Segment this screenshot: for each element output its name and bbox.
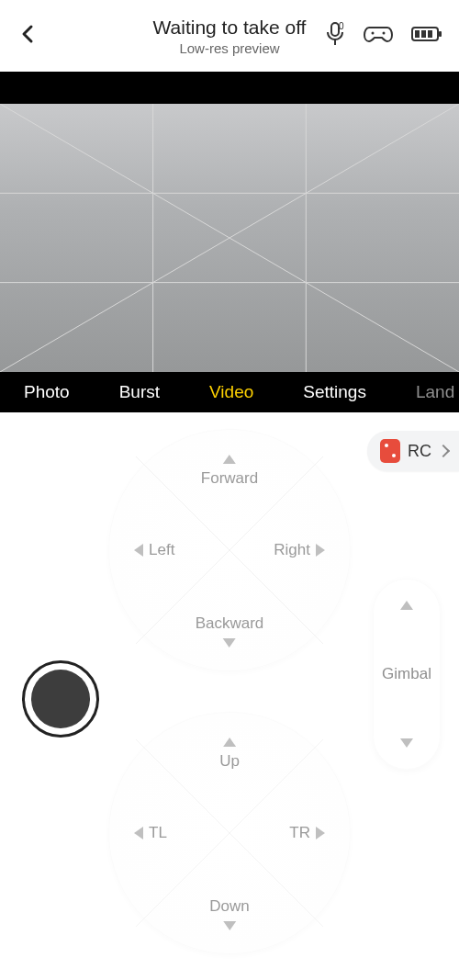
altitude-joystick[interactable]: Up Down TL TR: [108, 712, 351, 954]
direction-joystick[interactable]: Forward Backward Left Right: [108, 429, 351, 671]
left-label: Left: [134, 541, 174, 559]
gimbal-slider[interactable]: Gimbal: [373, 579, 441, 770]
rc-label: RC: [408, 442, 431, 461]
svg-rect-6: [439, 31, 442, 37]
svg-rect-9: [428, 30, 432, 38]
svg-rect-8: [421, 30, 426, 38]
gimbal-down-icon: [400, 738, 413, 748]
header: Waiting to take off Low-res preview 0: [0, 0, 459, 72]
rc-button[interactable]: RC: [367, 431, 459, 471]
gimbal-label: Gimbal: [382, 665, 431, 683]
svg-rect-7: [415, 30, 420, 38]
triangle-left-icon: [134, 827, 143, 839]
mode-bar: Photo Burst Video Settings Land: [0, 372, 459, 412]
back-button[interactable]: [17, 23, 39, 49]
rc-badge-icon: [380, 439, 400, 463]
gimbal-up-icon: [400, 601, 413, 610]
mode-land[interactable]: Land: [416, 382, 454, 402]
triangle-up-icon: [223, 738, 236, 747]
mode-video[interactable]: Video: [209, 382, 253, 402]
right-label: Right: [274, 541, 325, 559]
chevron-right-icon: [437, 445, 450, 457]
svg-point-4: [383, 32, 386, 35]
svg-text:0: 0: [339, 21, 344, 31]
forward-label: Forward: [201, 455, 258, 488]
header-title-group: Waiting to take off Low-res preview: [153, 17, 307, 56]
tr-label: TR: [289, 824, 325, 842]
status-subtitle: Low-res preview: [153, 40, 307, 56]
up-label: Up: [219, 738, 240, 771]
battery-icon[interactable]: [411, 25, 442, 47]
controller-icon[interactable]: [364, 24, 393, 48]
down-label: Down: [209, 897, 249, 930]
mode-burst[interactable]: Burst: [119, 382, 160, 402]
triangle-right-icon: [316, 827, 325, 839]
triangle-down-icon: [223, 921, 236, 930]
controls-area: RC Forward Backward Left Right Gimbal Up…: [0, 412, 459, 980]
status-title: Waiting to take off: [153, 17, 307, 39]
shutter-button[interactable]: [22, 660, 99, 738]
triangle-down-icon: [223, 638, 236, 648]
top-black-band: [0, 72, 459, 104]
mode-photo[interactable]: Photo: [24, 382, 70, 402]
backward-label: Backward: [196, 614, 264, 648]
svg-point-3: [372, 32, 375, 35]
shutter-inner: [31, 670, 90, 728]
svg-rect-0: [331, 23, 339, 36]
triangle-right-icon: [316, 544, 325, 557]
triangle-up-icon: [223, 455, 236, 464]
tl-label: TL: [134, 824, 167, 842]
mode-settings[interactable]: Settings: [303, 382, 366, 402]
triangle-left-icon: [134, 544, 143, 557]
camera-preview[interactable]: [0, 104, 459, 372]
mic-icon[interactable]: 0: [325, 21, 345, 51]
